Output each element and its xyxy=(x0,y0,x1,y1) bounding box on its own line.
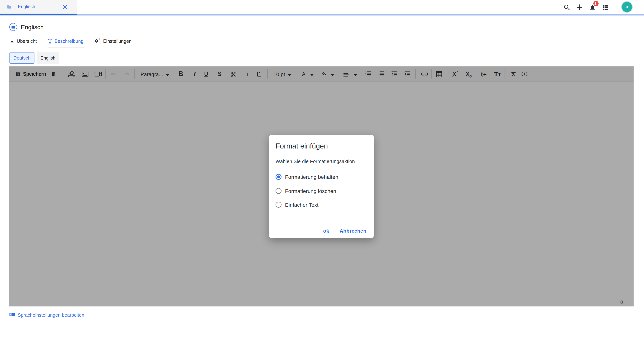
svg-text:4: 4 xyxy=(366,75,366,77)
